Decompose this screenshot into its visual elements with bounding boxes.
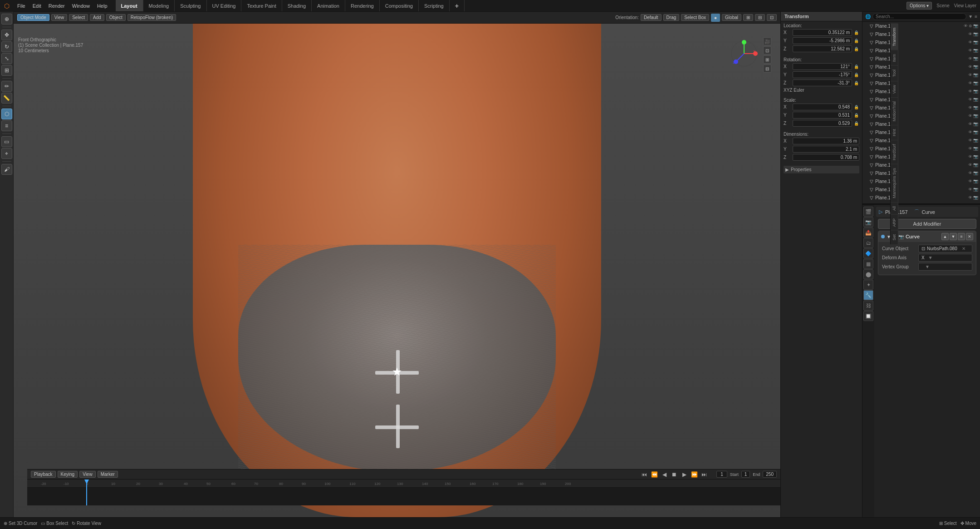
- transform-tool[interactable]: ⊞: [1, 65, 12, 76]
- curve-object-value[interactable]: ⊡ NurbsPath.080 ✕: [918, 245, 972, 252]
- start-frame[interactable]: 1: [741, 471, 750, 478]
- scale-tool[interactable]: ⤡: [1, 53, 12, 64]
- retopo-menu[interactable]: RetopoFlow (broken): [127, 14, 176, 21]
- outliner-item-plane132[interactable]: ▽ Plane.132 👁 📷: [862, 46, 980, 54]
- render-icon[interactable]: 📷: [973, 130, 978, 134]
- outliner-item-plane141[interactable]: ▽ Plane.141 👁 📷: [862, 120, 980, 128]
- eye-icon[interactable]: 👁: [968, 40, 972, 44]
- modifier-menu-btn[interactable]: ≡: [958, 233, 965, 240]
- location-x-value[interactable]: 0.35122 m: [793, 29, 852, 36]
- tab-compositing[interactable]: Compositing: [380, 0, 419, 11]
- stop-btn[interactable]: ⏹: [670, 470, 678, 479]
- prop-tab-object[interactable]: 🔷: [863, 248, 873, 258]
- transform-widget-lower[interactable]: [370, 399, 424, 454]
- eye-icon[interactable]: 👁: [968, 163, 972, 167]
- render-icon[interactable]: 📷: [973, 114, 978, 118]
- scale-z-lock[interactable]: 🔒: [853, 120, 859, 127]
- eye-icon[interactable]: 👁: [968, 64, 972, 69]
- orientation-selector[interactable]: Default: [641, 14, 662, 21]
- outliner-item-plane143[interactable]: ▽ Plane.143 👁 📷: [862, 136, 980, 144]
- rotation-y-lock[interactable]: 🔒: [853, 72, 859, 78]
- outliner-item-plane150[interactable]: ▽ Plane.150 👁 📷: [862, 193, 980, 202]
- render-icon[interactable]: 📷: [973, 32, 978, 36]
- tab-modeling[interactable]: Modeling: [143, 0, 175, 11]
- prop-tab-scene[interactable]: 🎬: [863, 207, 873, 217]
- deform-axis-dropdown[interactable]: ▼: [926, 255, 933, 260]
- scale-x-lock[interactable]: 🔒: [853, 104, 859, 110]
- eye-icon[interactable]: 👁: [968, 146, 972, 151]
- active-tool[interactable]: ⬡: [1, 109, 12, 119]
- dim-z-value[interactable]: 0.708 m: [793, 154, 859, 161]
- gizmo-persp[interactable]: ⊡: [763, 46, 771, 54]
- outliner-item-plane135[interactable]: ▽ Plane.135 👁 📷: [862, 71, 980, 79]
- location-z-value[interactable]: 12.562 m: [793, 45, 852, 52]
- render-icon[interactable]: 📷: [973, 105, 978, 110]
- cursor-tool[interactable]: ⊕: [1, 14, 12, 25]
- rotation-z-lock[interactable]: 🔒: [853, 80, 859, 86]
- outliner-item-plane129[interactable]: ▽ Plane.129 👁 ⊕ 📷: [862, 22, 980, 30]
- render-icon[interactable]: 📷: [973, 89, 978, 94]
- scale-y-value[interactable]: 0.531: [793, 112, 852, 119]
- select-menu[interactable]: Select: [69, 14, 88, 21]
- widget-handle-v-lower[interactable]: [396, 405, 400, 448]
- menu-help[interactable]: Help: [93, 0, 111, 11]
- prop-tab-modifier[interactable]: 🔧: [863, 290, 873, 300]
- tab-rendering[interactable]: Rendering: [345, 0, 380, 11]
- dim-x-value[interactable]: 1.36 m: [793, 138, 859, 144]
- knife-tool[interactable]: ⌖: [1, 148, 12, 159]
- gizmo-overlay[interactable]: ⊞: [763, 55, 771, 64]
- object-mode-selector[interactable]: Object Mode: [17, 14, 49, 21]
- render-icon[interactable]: 📷: [973, 179, 978, 183]
- xray-btn[interactable]: ⊡: [767, 14, 777, 21]
- render-icon[interactable]: 📷: [973, 97, 978, 102]
- outliner-item-plane140[interactable]: ▽ Plane.140 👁 📷: [862, 112, 980, 120]
- render-icon[interactable]: 📷: [973, 163, 978, 167]
- prop-tab-particles[interactable]: ✦: [863, 280, 873, 290]
- loop-cut-tool[interactable]: ≡: [1, 120, 12, 131]
- euler-mode[interactable]: XYZ Euler: [784, 88, 859, 93]
- prop-tab-view-layer[interactable]: 🗂: [863, 238, 873, 248]
- prev-keyframe-btn[interactable]: ⏪: [650, 470, 658, 479]
- prop-tab-constraints[interactable]: ⛓: [863, 301, 873, 311]
- object-menu[interactable]: Object: [106, 14, 126, 21]
- menu-window[interactable]: Window: [69, 0, 93, 11]
- location-z-lock[interactable]: 🔒: [853, 46, 859, 52]
- select-icon[interactable]: ⊕: [969, 24, 972, 28]
- outliner-item-plane134[interactable]: ▽ Plane.134 👁 📷: [862, 63, 980, 71]
- outliner-item-plane148[interactable]: ▽ Plane.148 👁 📷: [862, 177, 980, 185]
- eye-icon[interactable]: 👁: [968, 105, 972, 110]
- timeline-track[interactable]: -20 -10 0 10 20 30 40 50 60 70 80 90 100…: [27, 480, 780, 505]
- view-menu[interactable]: View: [51, 14, 68, 21]
- outliner-item-plane130[interactable]: ▽ Plane.130 👁 📷: [862, 30, 980, 38]
- render-icon[interactable]: 📷: [973, 171, 978, 175]
- modifier-render-icon[interactable]: 📷: [898, 234, 904, 239]
- rotation-z-value[interactable]: -31.3°: [793, 79, 852, 86]
- eye-icon[interactable]: 👁: [968, 48, 972, 53]
- deform-axis-value[interactable]: X ▼: [918, 254, 972, 262]
- jump-end-btn[interactable]: ⏭: [700, 470, 708, 479]
- outliner-filter-icon[interactable]: ▼: [968, 14, 973, 19]
- outliner-item-plane146[interactable]: ▽ Plane.146 👁 📷: [862, 161, 980, 169]
- drag-btn[interactable]: Drag: [663, 14, 680, 21]
- outliner-item-plane145[interactable]: ▽ Plane.145 👁 📷: [862, 153, 980, 161]
- eye-icon[interactable]: 👁: [968, 97, 972, 102]
- modifier-delete-btn[interactable]: ✕: [966, 233, 973, 240]
- dim-y-value[interactable]: 2.1 m: [793, 146, 859, 153]
- outliner-search[interactable]: [872, 13, 966, 20]
- add-menu[interactable]: Add: [90, 14, 104, 21]
- prop-tab-output[interactable]: 📤: [863, 227, 873, 237]
- eye-icon[interactable]: 👁: [968, 130, 972, 134]
- render-icon[interactable]: 📷: [973, 73, 978, 77]
- location-y-lock[interactable]: 🔒: [853, 38, 859, 44]
- tab-texture-paint[interactable]: Texture Paint: [241, 0, 282, 11]
- outliner-item-plane133[interactable]: ▽ Plane.133 👁 📷: [862, 54, 980, 63]
- menu-edit[interactable]: Edit: [29, 0, 45, 11]
- paint-tool[interactable]: 🖌: [1, 164, 12, 175]
- eye-icon[interactable]: 👁: [968, 114, 972, 118]
- scale-z-value[interactable]: 0.529: [793, 120, 852, 127]
- eye-icon[interactable]: 👁: [968, 32, 972, 36]
- tab-animation[interactable]: Animation: [312, 0, 345, 11]
- eye-icon[interactable]: 👁: [968, 81, 972, 85]
- current-frame[interactable]: 1: [716, 471, 727, 478]
- location-y-value[interactable]: -5.2986 m: [793, 37, 852, 44]
